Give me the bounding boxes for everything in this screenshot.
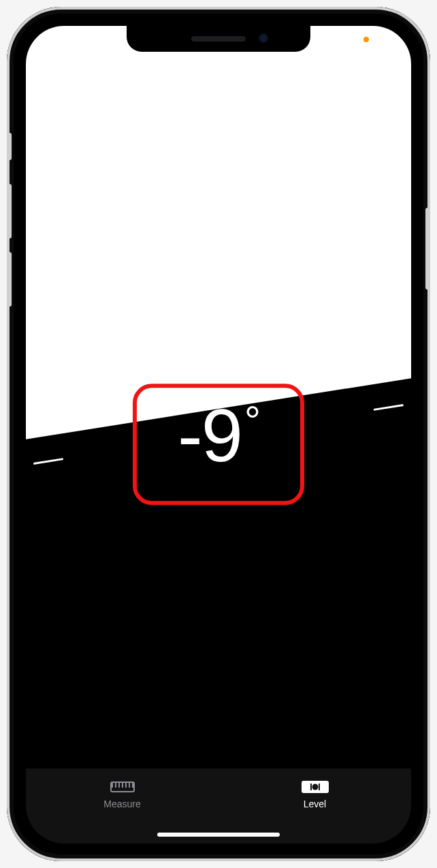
tab-measure-label: Measure: [103, 799, 140, 809]
tab-level[interactable]: Level: [218, 778, 411, 809]
volume-down-button: [7, 252, 12, 307]
screen[interactable]: -9° Measure Level: [26, 26, 411, 843]
home-indicator[interactable]: [157, 833, 280, 837]
earpiece-speaker: [191, 36, 246, 42]
ruler-icon: [109, 778, 136, 796]
tab-measure[interactable]: Measure: [26, 778, 218, 809]
level-icon: [302, 778, 329, 796]
tab-level-label: Level: [304, 799, 326, 809]
ring-switch: [7, 133, 12, 160]
phone-frame: -9° Measure Level: [7, 7, 430, 861]
front-camera: [259, 33, 268, 43]
mic-indicator-dot: [363, 37, 369, 42]
volume-up-button: [7, 184, 12, 238]
angle-unit: °: [244, 397, 259, 444]
side-button: [425, 208, 430, 290]
notch: [127, 26, 310, 52]
angle-readout: -9°: [178, 392, 259, 478]
angle-value: -9: [178, 392, 242, 478]
